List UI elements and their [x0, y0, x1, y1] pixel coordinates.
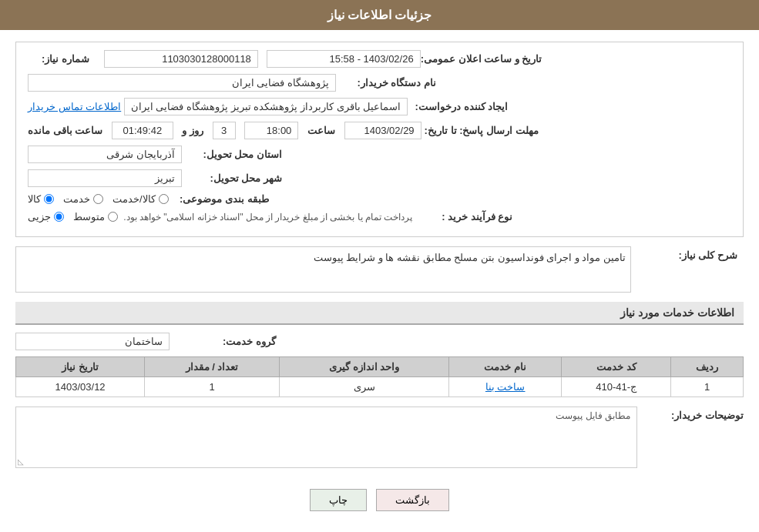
cell-unit: سری — [279, 377, 448, 397]
services-section-title: اطلاعات خدمات مورد نیاز — [15, 302, 744, 325]
need-number-value: 1103030128000118 — [104, 50, 258, 68]
category-label-kala: کالا — [28, 193, 41, 205]
city-value: تبریز — [28, 169, 182, 187]
purchase-type-label: نوع فرآیند خرید : — [412, 211, 512, 223]
need-number-label: شماره نیاز: — [28, 53, 89, 65]
col-unit: واحد اندازه گیری — [279, 357, 448, 377]
col-service-name: نام خدمت — [449, 357, 562, 377]
category-label-khedmat: خدمت — [63, 193, 90, 205]
cell-service-name[interactable]: ساخت بنا — [449, 377, 562, 397]
description-value: تامین مواد و اجرای فونداسیون بتن مسلح مط… — [314, 252, 626, 263]
category-label-kala-khedmat: کالا/خدمت — [113, 193, 156, 205]
category-radio-kala[interactable] — [44, 194, 54, 204]
purchase-radio-partial[interactable] — [54, 212, 64, 222]
back-button[interactable]: بازگشت — [376, 489, 449, 511]
purchase-radio-medium[interactable] — [108, 212, 118, 222]
cell-quantity: 1 — [145, 377, 280, 397]
reply-remaining-label: ساعت باقی مانده — [28, 125, 102, 136]
creator-value: اسماعیل باقری کاربرداز پژوهشکده تبریز پژ… — [124, 98, 408, 115]
buyer-notes-bottom-text: مطابق فایل پیوست — [16, 407, 636, 424]
col-service-code: کد خدمت — [562, 357, 671, 377]
reply-remaining-value: 01:49:42 — [112, 122, 173, 139]
resize-handle: ◺ — [18, 457, 24, 466]
category-option-khedmat[interactable]: خدمت — [63, 193, 103, 205]
reply-date-value: 1403/02/29 — [344, 122, 421, 139]
cell-row-num: 1 — [671, 377, 744, 397]
purchase-type-partial[interactable]: جزیی — [28, 211, 64, 223]
announce-date-label: تاریخ و ساعت اعلان عمومی: — [421, 53, 542, 65]
buyer-org-label: نام دستگاه خریدار: — [336, 77, 436, 89]
page-header: جزئیات اطلاعات نیاز — [0, 0, 759, 30]
reply-deadline-label: مهلت ارسال پاسخ: تا تاریخ: — [425, 125, 539, 136]
category-radio-khedmat[interactable] — [93, 194, 103, 204]
service-group-value: ساختمان — [15, 333, 170, 350]
category-option-kala-khedmat[interactable]: کالا/خدمت — [113, 193, 169, 205]
purchase-type-radio-group: متوسط جزیی — [28, 211, 118, 223]
button-row: بازگشت چاپ — [15, 477, 744, 523]
table-row: 1 ج-41-410 ساخت بنا سری 1 1403/03/12 — [16, 377, 744, 397]
purchase-type-medium[interactable]: متوسط — [73, 211, 118, 223]
province-label: استان محل تحویل: — [182, 149, 282, 160]
category-radio-kala-khedmat[interactable] — [159, 194, 169, 204]
reply-time-value: 18:00 — [244, 122, 298, 139]
reply-days-label: روز و — [182, 125, 203, 136]
buyer-notes-label: توضیحات خریدار: — [643, 407, 744, 421]
cell-service-code: ج-41-410 — [562, 377, 671, 397]
purchase-label-partial: جزیی — [28, 211, 51, 223]
buyer-notes-box: مطابق فایل پیوست ◺ — [15, 407, 637, 468]
print-button[interactable]: چاپ — [310, 489, 367, 511]
city-label: شهر محل تحویل: — [182, 172, 282, 184]
cell-date: 1403/03/12 — [16, 377, 145, 397]
reply-days-value: 3 — [213, 122, 236, 139]
col-quantity: تعداد / مقدار — [145, 357, 280, 377]
col-row-num: ردیف — [671, 357, 744, 377]
province-value: آذربایجان شرقی — [28, 146, 182, 163]
category-option-kala[interactable]: کالا — [28, 193, 54, 205]
reply-time-label: ساعت — [307, 125, 335, 136]
purchase-type-note: پرداخت تمام یا بخشی از مبلغ خریدار از مح… — [123, 212, 412, 223]
service-group-label: گروه خدمت: — [176, 336, 276, 347]
category-label: طبقه بندی موضوعی: — [169, 193, 269, 205]
creator-link[interactable]: اطلاعات تماس خریدار — [28, 101, 121, 112]
buyer-org-value: پژوهشگاه فضایی ایران — [28, 74, 336, 92]
page-title: جزئیات اطلاعات نیاز — [327, 8, 432, 22]
description-box: تامین مواد و اجرای فونداسیون بتن مسلح مط… — [15, 246, 631, 293]
creator-label: ایجاد کننده درخواست: — [408, 101, 508, 112]
category-radio-group: کالا/خدمت خدمت کالا — [28, 193, 169, 205]
announce-date-value: 1403/02/26 - 15:58 — [267, 50, 421, 68]
services-table: ردیف کد خدمت نام خدمت واحد اندازه گیری ت… — [15, 356, 744, 397]
description-label: شرح کلی نیاز: — [637, 246, 737, 261]
col-date: تاریخ نیاز — [16, 357, 145, 377]
purchase-label-medium: متوسط — [73, 211, 105, 223]
